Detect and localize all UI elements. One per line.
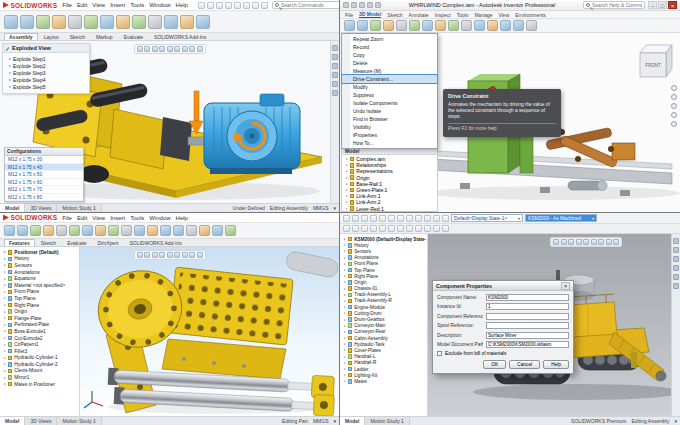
tree-item[interactable]: CirPattern1	[1, 341, 78, 348]
tree-item[interactable]: Right Plane	[1, 302, 78, 309]
menu-item[interactable]: File	[61, 2, 73, 8]
tree-item[interactable]: Front Plane	[1, 289, 78, 296]
pan[interactable]	[671, 94, 677, 100]
reference-geometry[interactable]	[132, 15, 146, 29]
configuration-row[interactable]: M12 x 1.75 x 70	[5, 186, 83, 194]
menu-item[interactable]: Modify	[342, 83, 437, 91]
shadows[interactable]	[415, 225, 422, 232]
smart-fasteners[interactable]	[68, 15, 82, 29]
extruded-boss[interactable]	[4, 225, 15, 236]
extruded-cut[interactable]	[56, 225, 67, 236]
menu-item[interactable]: Copy	[342, 51, 437, 59]
tree-item[interactable]: KSM2000 (Default<Display State-1>)	[341, 236, 426, 242]
tree-item[interactable]: Material <not specified>	[1, 282, 78, 289]
design-library[interactable]	[332, 54, 338, 60]
previous-view[interactable]	[152, 46, 158, 52]
revolved-cut[interactable]	[82, 225, 93, 236]
dialog-button[interactable]: OK	[483, 360, 506, 369]
gray-cylinder-part[interactable]	[285, 250, 339, 278]
search-input[interactable]	[281, 2, 337, 8]
design-library[interactable]	[673, 247, 679, 253]
section-view[interactable]	[424, 225, 431, 232]
tree-item[interactable]: Equations	[1, 275, 78, 282]
apply-scene[interactable]	[197, 46, 203, 52]
explode-step[interactable]: Explode Step4	[9, 76, 87, 83]
ribbon-tab[interactable]: DimXpert	[93, 239, 124, 246]
explode-step[interactable]: Explode Step1	[9, 55, 87, 62]
ribbon-tab[interactable]: Environments	[515, 12, 546, 18]
tree-item[interactable]: Top Plane	[1, 295, 78, 302]
exploded-view[interactable]	[180, 15, 194, 29]
checkbox[interactable]	[437, 351, 442, 356]
file-explorer[interactable]	[673, 256, 679, 262]
zoom-fit[interactable]	[343, 225, 350, 232]
solidworks-resources[interactable]	[673, 238, 679, 244]
pan[interactable]	[370, 225, 377, 232]
tree-item[interactable]: Annotations	[1, 269, 78, 276]
document-tab[interactable]: 3D Views	[25, 204, 57, 212]
shaded[interactable]	[406, 225, 413, 232]
dialog-button[interactable]: Help	[543, 360, 569, 369]
menu-item[interactable]: Tools	[129, 2, 145, 8]
menu-item[interactable]: Repeat Zoom	[342, 35, 437, 43]
swept-boss[interactable]	[30, 225, 41, 236]
ribbon-tab[interactable]: Assembly	[4, 33, 38, 40]
ribbon-tab[interactable]: Sketch	[36, 239, 61, 246]
document-tab[interactable]: Motion Study 1	[57, 417, 101, 425]
explode-step[interactable]: Explode Step3	[9, 69, 87, 76]
home[interactable]	[367, 2, 373, 8]
previous-view[interactable]	[568, 239, 574, 245]
ribbon-tab[interactable]: Sketch	[65, 33, 90, 40]
tree-item[interactable]: Positioner (Default)	[1, 249, 78, 256]
zoom-area[interactable]	[144, 252, 150, 258]
apply-scene[interactable]	[613, 239, 619, 245]
appearances-scenes[interactable]	[673, 274, 679, 280]
file-explorer[interactable]	[332, 63, 338, 69]
menu-item[interactable]: Measure (M)	[342, 67, 437, 75]
mirror[interactable]	[435, 20, 446, 31]
ribbon-tab[interactable]: Evaluate	[62, 239, 91, 246]
configuration-row[interactable]: M12 x 1.75 x 40	[5, 164, 83, 172]
edit-appearance[interactable]	[189, 46, 195, 52]
menu-item[interactable]: Edit	[76, 215, 88, 221]
tree-item[interactable]: Sensors	[1, 262, 78, 269]
undo[interactable]	[379, 215, 386, 222]
menu-item[interactable]: Tools	[129, 215, 145, 221]
menu-item[interactable]: Record	[342, 43, 437, 51]
hide-show-items[interactable]	[598, 239, 604, 245]
menu-item[interactable]: Isolate Components	[342, 99, 437, 107]
linear-component-pattern[interactable]	[52, 15, 66, 29]
ribbon-tab[interactable]: View	[499, 12, 510, 18]
body-housing[interactable]	[162, 339, 286, 379]
rotate-view[interactable]	[361, 225, 368, 232]
previous-view[interactable]	[152, 252, 158, 258]
show-hidden-components[interactable]	[100, 15, 114, 29]
help-search-input[interactable]	[592, 2, 642, 8]
menu-item[interactable]: Delete	[342, 59, 437, 67]
insert-components[interactable]	[20, 15, 34, 29]
place-component[interactable]	[344, 20, 355, 31]
view-palette[interactable]	[332, 72, 338, 78]
tree-item[interactable]: Mates	[341, 378, 426, 384]
joint[interactable]	[370, 20, 381, 31]
custom-properties[interactable]	[332, 90, 338, 96]
help-search-box[interactable]	[583, 1, 645, 9]
solidworks-resources[interactable]	[332, 45, 338, 51]
print[interactable]	[375, 2, 381, 8]
mate[interactable]	[433, 215, 440, 222]
wireframe[interactable]	[388, 225, 395, 232]
measure[interactable]	[433, 225, 440, 232]
ribbon-tab[interactable]: 3D Model	[359, 11, 381, 18]
select[interactable]	[397, 215, 404, 222]
menu-item[interactable]: Help	[175, 215, 189, 221]
menu-item[interactable]: View	[91, 215, 106, 221]
constrain[interactable]	[383, 20, 394, 31]
document-tab[interactable]: Model	[340, 417, 365, 425]
new[interactable]	[343, 215, 350, 222]
free-move[interactable]	[396, 20, 407, 31]
rebuild[interactable]	[252, 2, 259, 9]
hide-show-items[interactable]	[182, 252, 188, 258]
display-style[interactable]	[174, 252, 180, 258]
field-input[interactable]	[486, 332, 569, 339]
zoom-area[interactable]	[561, 239, 567, 245]
